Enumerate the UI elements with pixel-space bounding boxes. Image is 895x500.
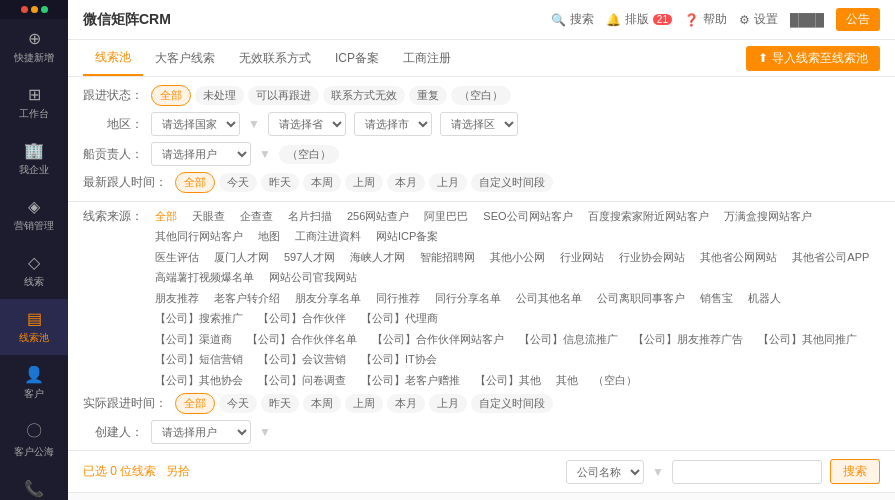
actual-time-all[interactable]: 全部 [175,393,215,414]
notification-button[interactable]: 🔔 排版 21 [606,11,672,28]
status-tag-all[interactable]: 全部 [151,85,191,106]
source-tag-11[interactable]: 工商注进資料 [289,228,367,245]
source-tag-24[interactable]: 网站公司官我网站 [263,269,363,286]
country-select[interactable]: 请选择国家 [151,112,240,136]
source-tag-36[interactable]: 【公司】代理商 [355,310,444,327]
source-tag-2[interactable]: 企查查 [234,208,279,225]
source-tag-8[interactable]: 万满盒搜网站客户 [718,208,818,225]
source-tag-4[interactable]: 256网站查户 [341,208,415,225]
source-tag-7[interactable]: 百度搜索家附近网站客户 [582,208,715,225]
time-tag-lastmonth[interactable]: 上月 [429,173,467,192]
district-select[interactable]: 请选择区 [440,112,518,136]
source-tag-37[interactable]: 【公司】渠道商 [149,331,238,348]
status-tag-invalid[interactable]: 联系方式无效 [323,86,405,105]
source-tag-14[interactable]: 厦门人才网 [208,249,275,266]
time-tag-lastweek[interactable]: 上周 [345,173,383,192]
source-tag-27[interactable]: 朋友分享名单 [289,290,367,307]
actual-time-yesterday[interactable]: 昨天 [261,394,299,413]
source-tag-41[interactable]: 【公司】朋友推荐广告 [627,331,749,348]
sidebar-item-my-company[interactable]: 🏢 我企业 [0,131,68,187]
source-tag-21[interactable]: 其他省公网网站 [694,249,783,266]
source-tag-10[interactable]: 地图 [252,228,286,245]
source-tag-25[interactable]: 朋友推荐 [149,290,205,307]
province-select[interactable]: 请选择省 [268,112,346,136]
sidebar-item-leads[interactable]: ◇ 线索 [0,243,68,299]
owner-select[interactable]: 请选择用户 [151,142,251,166]
status-tag-unhandled[interactable]: 未处理 [195,86,244,105]
tab-big-clients[interactable]: 大客户线索 [143,50,227,67]
actual-time-thismonth[interactable]: 本月 [387,394,425,413]
source-tag-43[interactable]: 【公司】短信营销 [149,351,249,368]
source-tag-50[interactable]: 其他 [550,372,584,389]
source-tag-34[interactable]: 【公司】搜索推广 [149,310,249,327]
tab-business-reg[interactable]: 工商注册 [391,50,463,67]
actual-time-lastweek[interactable]: 上周 [345,394,383,413]
source-tag-29[interactable]: 同行分享名单 [429,290,507,307]
source-tag-45[interactable]: 【公司】IT协会 [355,351,443,368]
tab-invalid-contact[interactable]: 无效联系方式 [227,50,323,67]
source-tag-28[interactable]: 同行推荐 [370,290,426,307]
sidebar-item-workspace[interactable]: ⊞ 工作台 [0,75,68,131]
source-tag-49[interactable]: 【公司】其他 [469,372,547,389]
source-tag-46[interactable]: 【公司】其他协会 [149,372,249,389]
source-tag-48[interactable]: 【公司】老客户赠推 [355,372,466,389]
tab-icp[interactable]: ICP备案 [323,50,391,67]
source-tag-22[interactable]: 其他省公司APP [786,249,875,266]
source-tag-0[interactable]: 全部 [149,208,183,225]
source-tag-12[interactable]: 网站ICP备案 [370,228,444,245]
source-tag-3[interactable]: 名片扫描 [282,208,338,225]
source-tag-5[interactable]: 阿里巴巴 [418,208,474,225]
source-tag-6[interactable]: SEO公司网站客户 [477,208,578,225]
source-tag-26[interactable]: 老客户转介绍 [208,290,286,307]
sidebar-item-clients-ocean[interactable]: 〇 客户公海 [0,411,68,469]
time-tag-thismonth[interactable]: 本月 [387,173,425,192]
source-tag-9[interactable]: 其他同行网站客户 [149,228,249,245]
source-tag-39[interactable]: 【公司】合作伙伴网站客户 [366,331,510,348]
actual-time-custom[interactable]: 自定义时间段 [471,394,553,413]
source-tag-40[interactable]: 【公司】信息流推广 [513,331,624,348]
sidebar-item-marketing[interactable]: ◈ 营销管理 [0,187,68,243]
time-tag-today[interactable]: 今天 [219,173,257,192]
city-select[interactable]: 请选择市 [354,112,432,136]
status-tag-blank[interactable]: （空白） [451,86,511,105]
actual-time-thisweek[interactable]: 本周 [303,394,341,413]
source-tag-51[interactable]: （空白） [587,372,643,389]
source-tag-30[interactable]: 公司其他名单 [510,290,588,307]
source-tag-38[interactable]: 【公司】合作伙伴名单 [241,331,363,348]
actual-time-lastmonth[interactable]: 上月 [429,394,467,413]
table-search-input[interactable] [672,460,822,484]
source-tag-15[interactable]: 597人才网 [278,249,341,266]
source-tag-1[interactable]: 天眼查 [186,208,231,225]
source-tag-44[interactable]: 【公司】会议营销 [252,351,352,368]
search-button[interactable]: 🔍 搜索 [551,11,594,28]
source-tag-19[interactable]: 行业网站 [554,249,610,266]
source-tag-35[interactable]: 【公司】合作伙伴 [252,310,352,327]
source-tag-42[interactable]: 【公司】其他同推广 [752,331,863,348]
source-tag-13[interactable]: 医生评估 [149,249,205,266]
status-tag-followup[interactable]: 可以再跟进 [248,86,319,105]
table-search-button[interactable]: 搜索 [830,459,880,484]
source-tag-23[interactable]: 高端薯打视频爆名单 [149,269,260,286]
time-tag-thisweek[interactable]: 本周 [303,173,341,192]
status-tag-repeat[interactable]: 重复 [409,86,447,105]
time-tag-all[interactable]: 全部 [175,172,215,193]
source-tag-20[interactable]: 行业协会网站 [613,249,691,266]
help-button[interactable]: ❓ 帮助 [684,11,727,28]
time-tag-yesterday[interactable]: 昨天 [261,173,299,192]
creator-select[interactable]: 请选择用户 [151,420,251,444]
actual-time-today[interactable]: 今天 [219,394,257,413]
source-tag-32[interactable]: 销售宝 [694,290,739,307]
source-tag-16[interactable]: 海峡人才网 [344,249,411,266]
announcement-button[interactable]: 公告 [836,8,880,31]
source-tag-47[interactable]: 【公司】问卷调查 [252,372,352,389]
sidebar-item-leads-pool[interactable]: ▤ 线索池 [0,299,68,355]
sidebar-item-quick-add[interactable]: ⊕ 快捷新增 [0,19,68,75]
source-tag-17[interactable]: 智能招聘网 [414,249,481,266]
source-tag-31[interactable]: 公司离职同事客户 [591,290,691,307]
source-tag-18[interactable]: 其他小公网 [484,249,551,266]
sidebar-item-contacts[interactable]: 📞 联系人 [0,469,68,500]
tab-leads-pool[interactable]: 线索池 [83,40,143,76]
settings-button[interactable]: ⚙ 设置 [739,11,778,28]
import-button[interactable]: ⬆ 导入线索至线索池 [746,46,880,71]
owner-blank-tag[interactable]: （空白） [279,145,339,164]
